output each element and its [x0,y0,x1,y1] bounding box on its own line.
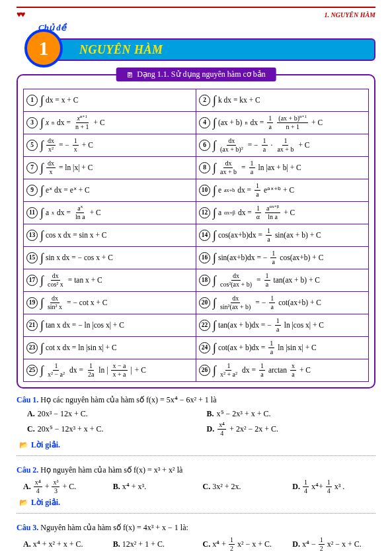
formula-2: 2∫k dx = kx + C [196,89,369,112]
q1-option-c[interactable]: C.20x⁵ − 12x³ + x + C. [17,420,196,438]
chapter-tag: Chủ đề [38,23,66,33]
section-label: 1. NGUYÊN HÀM [324,11,375,19]
formula-20: 20∫dxsin²(ax + b) = −1a cot(ax+b) + C [196,292,369,314]
box-tab: 🖹 Dạng 1.1. Sử dụng nguyên hàm cơ bản [116,68,276,81]
heart-icon: ♥♥ [17,9,24,20]
question-2: Câu 2. Họ nguyên hàm của hàm số f(x) = x… [17,465,375,475]
question-text: Họ các nguyên hàm của hàm số f(x) = 5x⁴ … [40,395,216,404]
question-number: Câu 1. [17,395,38,404]
chapter-title: NGUYÊN HÀM [79,43,163,57]
document-icon: 🖹 [126,71,134,79]
page-header: ♥♥ 1. NGUYÊN HÀM [17,7,375,20]
formula-21: 21∫tan x dx = − ln |cos x| + C [24,314,196,337]
formula-25: 25∫1x² − a² dx = 12a ln |x − ax + a| + C [24,359,196,382]
q1-options: A.20x³ − 12x + C. B.x⁵ − 2x³ + x + C. C.… [17,408,375,438]
formula-24: 24∫cot(ax + b)dx = 1a ln |sin x| + C [196,337,369,359]
title-bar: NGUYÊN HÀM [53,38,375,61]
q3-option-a[interactable]: A.x⁴ + x² + x + C. [17,535,106,553]
q1-option-d[interactable]: D.x⁴4 + 2x² − 2x + C. [196,420,376,438]
formula-26: 26∫1x² + a² dx = 1a arctan xa + C [196,359,369,382]
formula-18: 18∫dxcos²(ax + b) = 1a tan(ax + b) + C [196,269,369,292]
folder-icon: 📂 [19,441,28,449]
question-text: Nguyên hàm của hàm số f(x) = 4x³ + x − 1… [40,523,188,532]
tab-label: Dạng 1.1. Sử dụng nguyên hàm cơ bản [137,69,266,79]
formula-9: 9∫eˣ dx = eˣ + C [24,179,196,202]
q1-option-a[interactable]: A.20x³ − 12x + C. [17,408,196,420]
formula-1: 1∫dx = x + C [24,89,196,112]
formula-6: 6∫dx(ax + b)² = −1a·1ax + b + C [196,134,369,157]
formula-5: 5∫dxx² = −1x + C [24,134,196,157]
chapter-number-circle: 1 [24,29,63,68]
q2-options: A.x⁴4+x³3 + C. B.x⁴ + x³. C.3x² + 2x. D.… [17,478,375,496]
formula-3: 3∫xndx = xn+1n + 1 + C [24,112,196,134]
q2-option-d[interactable]: D.14x⁴+14x³. [286,478,375,496]
q3-option-b[interactable]: B.12x² + 1 + C. [106,535,196,553]
folder-icon: 📂 [19,498,28,507]
question-number: Câu 3. [17,523,38,532]
q2-option-a[interactable]: A.x⁴4+x³3 + C. [17,478,106,496]
formula-13: 13∫cos x dx = sin x + C [24,224,196,247]
formula-22: 22∫tan(ax + b)dx = −1a ln |cos x| + C [196,314,369,337]
formula-8: 8∫dxax + b = 1a ln |ax + b| + C [196,157,369,179]
formula-19: 19∫dxsin² x = − cot x + C [24,292,196,314]
formula-4: 4∫(ax + b)n dx = 1a(ax + b)n+1n + 1 + C [196,112,369,134]
q3-option-c[interactable]: C.x⁴ + 12x² − x + C. [196,535,286,553]
q1-solution-toggle[interactable]: 📂 Lời giải. [19,440,375,450]
formula-12: 12∫aαx+β dx = 1αaαx+βln a + C [196,202,369,224]
q3-options: A.x⁴ + x² + x + C. B.12x² + 1 + C. C.x⁴ … [17,535,375,553]
chapter-banner: NGUYÊN HÀM Chủ đề 1 [17,32,375,66]
q3-option-d[interactable]: D.x⁴ − 12x² − x + C. [286,535,375,553]
formula-17: 17∫dxcos² x = tan x + C [24,269,196,292]
formula-16: 16∫sin(ax+b)dx = −1a cos(ax+b) + C [196,247,369,269]
question-text: Họ nguyên hàm của hàm số f(x) = x³ + x² … [40,465,182,475]
separator [17,455,375,456]
formula-box: 🖹 Dạng 1.1. Sử dụng nguyên hàm cơ bản 1∫… [17,74,375,389]
q2-solution-toggle[interactable]: 📂 Lời giải. [19,498,375,508]
q2-option-b[interactable]: B.x⁴ + x³. [106,478,196,496]
question-3: Câu 3. Nguyên hàm của hàm số f(x) = 4x³ … [17,523,375,533]
formula-7: 7∫dxx = ln |x| + C [24,157,196,179]
separator [17,513,375,514]
question-number: Câu 2. [17,465,38,475]
formula-table: 1∫dx = x + C 2∫k dx = kx + C 3∫xndx = xn… [23,89,369,382]
q1-option-b[interactable]: B.x⁵ − 2x³ + x + C. [196,408,376,420]
formula-23: 23∫cot x dx = ln |sin x| + C [24,337,196,359]
formula-15: 15∫sin x dx = − cos x + C [24,247,196,269]
formula-10: 10∫eax+b dx = 1aeᵃˣ⁺ᵇ + C [196,179,369,202]
question-1: Câu 1. Họ các nguyên hàm của hàm số f(x)… [17,395,375,405]
q2-option-c[interactable]: C.3x² + 2x. [196,478,286,496]
formula-14: 14∫cos(ax+b)dx = 1a sin(ax + b) + C [196,224,369,247]
formula-11: 11∫ax dx = axln a + C [24,202,196,224]
